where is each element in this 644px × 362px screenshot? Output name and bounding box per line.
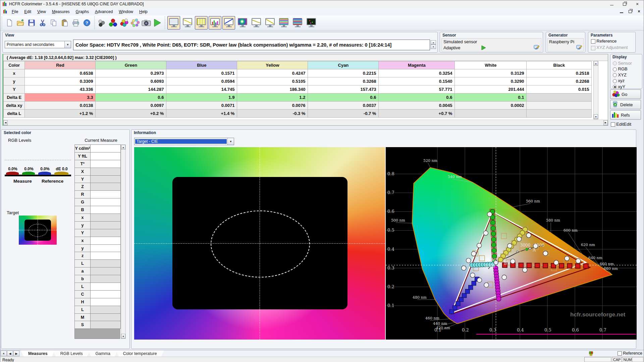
tab-rgb-levels[interactable]: RGB Levels [53, 350, 90, 357]
menu-item-edit[interactable]: Edit [21, 8, 34, 15]
chevron-down-icon[interactable]: ▼ [64, 41, 71, 48]
column-header-green: Green [96, 61, 166, 69]
cm-value-11[interactable] [91, 229, 121, 237]
view-gamma-curve-button[interactable] [181, 16, 194, 29]
measure-free-measure-button[interactable] [97, 18, 107, 28]
delete-button[interactable]: Delete [610, 100, 641, 109]
cm-value-1[interactable] [91, 153, 121, 160]
cm-value-14[interactable] [91, 252, 121, 260]
cm-value-16[interactable] [91, 267, 121, 275]
cm-value-19[interactable] [91, 291, 121, 298]
cm-value-23[interactable] [91, 321, 121, 329]
menu-item-view[interactable]: View [34, 8, 49, 15]
menu-item-measures[interactable]: Measures [49, 8, 73, 15]
display-radio-xyy[interactable]: xyY [613, 84, 640, 89]
cm-value-17[interactable] [91, 275, 121, 283]
view-histogram-button[interactable] [209, 16, 221, 29]
cm-value-22[interactable] [91, 314, 121, 321]
display-radio-xyz[interactable]: XYZ [613, 72, 640, 77]
cm-value-9[interactable] [91, 214, 121, 222]
view-rgb-levels-button[interactable] [195, 16, 208, 29]
std-paste-button[interactable] [60, 18, 70, 28]
cm-value-8[interactable] [91, 206, 121, 214]
edit-checkbox[interactable] [611, 122, 615, 127]
menu-item-graphs[interactable]: Graphs [73, 8, 92, 15]
menu-item-help[interactable]: Help [136, 8, 151, 15]
std-save-button[interactable] [26, 18, 37, 28]
measure-snapshot-button[interactable] [141, 18, 151, 28]
std-help-button[interactable]: ? [82, 18, 92, 28]
cm-value-13[interactable] [91, 245, 121, 252]
sensor-run-icon[interactable] [481, 46, 486, 50]
mdi-restore-button[interactable] [628, 9, 633, 14]
cm-value-20[interactable] [91, 298, 121, 306]
view-cie-chart-button[interactable] [236, 16, 249, 29]
cm-scroll-down-icon[interactable]: ▼ [121, 334, 125, 339]
tab-prev-button[interactable]: ◀ [7, 351, 13, 356]
cm-value-21[interactable] [91, 306, 121, 314]
reference-checkbox[interactable] [591, 39, 595, 44]
information-chevron-down-icon[interactable]: ▼ [227, 138, 234, 145]
spinner-down-icon[interactable]: ▼ [431, 45, 436, 49]
mdi-close-button[interactable]: × [636, 9, 642, 14]
table-horizontal-scrollbar[interactable]: ◀ ▶ [3, 120, 608, 125]
view-curve-b-button[interactable] [264, 16, 276, 29]
restore-button[interactable] [618, 0, 631, 8]
generator-settings-icon[interactable] [576, 45, 582, 51]
std-print-button[interactable] [71, 18, 81, 28]
minimize-button[interactable] [605, 0, 618, 8]
cm-value-5[interactable] [91, 183, 121, 191]
std-copy-button[interactable] [49, 18, 59, 28]
cm-value-0[interactable] [91, 145, 121, 153]
mdi-document-icon[interactable] [3, 9, 7, 14]
measure-primaries-button[interactable] [108, 18, 118, 28]
tab-gamma[interactable]: Gamma [88, 350, 117, 357]
tab-close-button[interactable]: × [1, 351, 7, 356]
go-button[interactable]: Go [610, 89, 641, 99]
refs-button[interactable]: Refs [610, 110, 641, 120]
cm-scroll-up-icon[interactable]: ▲ [121, 145, 125, 149]
table-vertical-scrollbar[interactable]: ▲ ▼ [593, 61, 598, 119]
view-stripes-b-button[interactable] [291, 16, 304, 29]
bottom-reference-checkbox[interactable] [618, 351, 622, 356]
std-cut-button[interactable] [38, 18, 48, 28]
view-preset-dropdown[interactable]: Primaries and secondaries ▼ [5, 41, 71, 48]
cm-value-12[interactable] [91, 237, 121, 245]
display-radio-xyz[interactable]: xyz [613, 78, 640, 83]
cm-value-6[interactable] [91, 191, 121, 198]
tab-next-button[interactable]: ▶ [13, 351, 19, 356]
measure-secondaries-button[interactable] [119, 18, 129, 28]
tab-measures[interactable]: Measures [21, 350, 55, 357]
std-open-button[interactable] [15, 18, 25, 28]
menu-item-advanced[interactable]: Advanced [92, 8, 116, 15]
cm-value-4[interactable] [91, 176, 121, 183]
view-luminance-button[interactable] [222, 16, 235, 29]
spinner-up-icon[interactable]: ▲ [431, 40, 436, 45]
tab-color-temperature[interactable]: Color temperature [116, 350, 164, 357]
sensor-settings-icon[interactable] [534, 45, 540, 51]
cm-value-7[interactable] [91, 198, 121, 206]
view-stripes-a-button[interactable] [277, 16, 290, 29]
view-dark-display-button[interactable] [305, 16, 318, 29]
menu-item-file[interactable]: File [9, 8, 21, 15]
std-new-button[interactable] [4, 18, 14, 28]
information-dropdown[interactable]: Target - CIE ▼ [134, 138, 234, 145]
scroll-down-icon[interactable]: ▼ [594, 114, 598, 119]
display-radio-rgb[interactable]: RGB [613, 66, 640, 71]
current-measure-scrollbar[interactable]: ▲ ▼ [121, 144, 126, 339]
scroll-up-icon[interactable]: ▲ [594, 61, 598, 66]
measure-run-button[interactable] [152, 18, 162, 28]
mdi-minimize-button[interactable] [619, 9, 624, 14]
close-button[interactable]: × [631, 0, 644, 8]
measure-continuous-button[interactable] [130, 18, 140, 28]
cm-value-10[interactable] [91, 222, 121, 229]
cm-value-3[interactable] [91, 168, 121, 176]
cm-value-18[interactable] [91, 283, 121, 291]
cm-value-15[interactable] [91, 260, 121, 267]
scroll-left-icon[interactable]: ◀ [3, 120, 8, 125]
scroll-right-icon[interactable]: ▶ [603, 120, 608, 125]
view-measures-grid-button[interactable] [167, 16, 180, 29]
view-curve-a-button[interactable] [250, 16, 263, 29]
cm-value-2[interactable] [91, 160, 121, 168]
menu-item-window[interactable]: Window [116, 8, 136, 15]
